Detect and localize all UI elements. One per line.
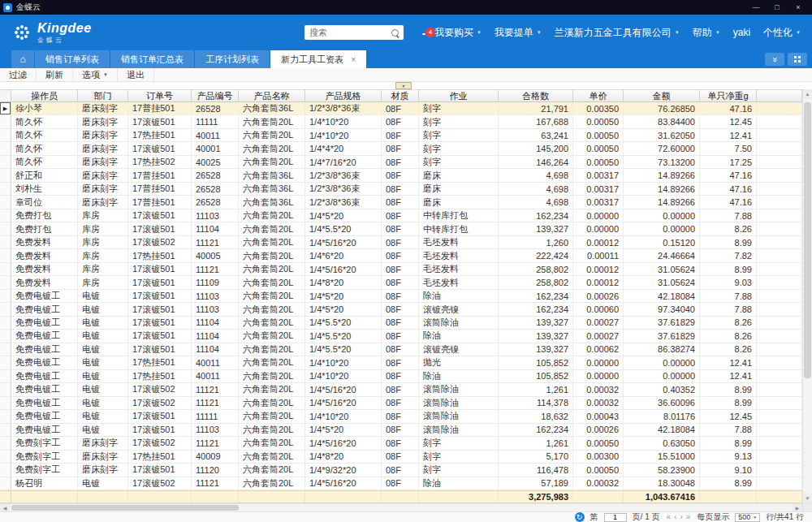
column-header-product-code[interactable]: 产品编号: [192, 90, 239, 101]
cell-material[interactable]: 08F: [382, 424, 419, 436]
cell-extra[interactable]: [757, 209, 802, 222]
cell-operator[interactable]: 免费发料: [11, 249, 78, 261]
cell-material[interactable]: 08F: [382, 330, 419, 342]
cell-product-name[interactable]: 六角套筒36L: [239, 183, 305, 195]
column-header-product-spec[interactable]: 产品规格: [305, 90, 382, 101]
cell-product-name[interactable]: 六角套筒20L: [239, 464, 305, 476]
cell-unit-weight[interactable]: 8.99: [700, 437, 757, 449]
cell-amount[interactable]: 24.46664: [624, 249, 700, 261]
cell-operator[interactable]: 免费发料: [11, 276, 78, 288]
cell-job[interactable]: 磨床: [419, 183, 499, 195]
row-indicator[interactable]: [0, 424, 11, 436]
table-row[interactable]: 免费电镀工电镀17热挂50140011六角套筒20L1/4*10*2008F除油…: [0, 370, 802, 383]
cell-order-no[interactable]: 17热挂502: [128, 156, 192, 168]
cell-product-name[interactable]: 六角套筒20L: [239, 129, 305, 141]
cell-extra[interactable]: [757, 477, 802, 490]
cell-qty[interactable]: 18,632: [499, 410, 573, 422]
cell-order-no[interactable]: 17滚镀501: [128, 464, 192, 476]
cell-department[interactable]: 磨床刻字: [78, 102, 128, 114]
cell-unit-price[interactable]: 0.00300: [573, 451, 624, 463]
refresh-button[interactable]: 刷新: [37, 68, 73, 81]
cell-amount[interactable]: 97.34040: [624, 303, 700, 315]
cell-qty[interactable]: 167,688: [499, 115, 573, 127]
cell-product-name[interactable]: 六角套筒20L: [239, 383, 305, 395]
cell-amount[interactable]: 15.51000: [624, 451, 700, 463]
cell-extra[interactable]: [757, 249, 802, 261]
cell-extra[interactable]: [757, 142, 802, 154]
cell-department[interactable]: 电镀: [78, 397, 128, 409]
cell-unit-weight[interactable]: 9.03: [700, 276, 757, 288]
cell-department[interactable]: 磨床刻字: [78, 196, 128, 208]
cell-amount[interactable]: 31.05624: [624, 263, 700, 275]
cell-product-code[interactable]: 11121: [192, 477, 239, 490]
cell-department[interactable]: 磨床刻字: [78, 129, 128, 141]
cell-qty[interactable]: 162,234: [499, 303, 573, 315]
cell-product-name[interactable]: 六角套筒20L: [239, 156, 305, 168]
cell-unit-weight[interactable]: 8.99: [700, 383, 757, 395]
menu-personalize[interactable]: 个性化▼: [763, 26, 801, 40]
cell-material[interactable]: 08F: [382, 370, 419, 382]
cell-extra[interactable]: [757, 383, 802, 395]
cell-qty[interactable]: 162,234: [499, 209, 573, 222]
cell-product-spec[interactable]: 1/4*5*20: [305, 424, 382, 436]
row-indicator[interactable]: [0, 317, 11, 329]
cell-product-name[interactable]: 六角套筒20L: [239, 356, 305, 369]
cell-product-name[interactable]: 六角套筒20L: [239, 317, 305, 329]
cell-qty[interactable]: 5,170: [499, 451, 573, 463]
minimize-button[interactable]: —: [745, 0, 767, 15]
column-header-unit-weight[interactable]: 单只净重g: [700, 90, 757, 101]
row-indicator[interactable]: [0, 183, 11, 195]
cell-product-code[interactable]: 11121: [192, 397, 239, 409]
cell-amount[interactable]: 37.61829: [624, 330, 700, 342]
cell-extra[interactable]: [757, 343, 802, 356]
cell-material[interactable]: 08F: [382, 236, 419, 248]
cell-amount[interactable]: 0.00000: [624, 370, 700, 382]
cell-product-code[interactable]: 26528: [192, 102, 239, 114]
table-row[interactable]: 简久怀磨床刻字17热挂50140011六角套筒20L1/4*10*2008F刻字…: [0, 129, 802, 142]
column-header-job[interactable]: 作业: [419, 90, 499, 101]
cell-operator[interactable]: 简久怀: [11, 129, 78, 141]
cell-extra[interactable]: [757, 183, 802, 195]
cell-job[interactable]: 刻字: [419, 129, 499, 141]
cell-product-code[interactable]: 40005: [192, 249, 239, 261]
cell-product-name[interactable]: 六角套筒20L: [239, 209, 305, 222]
cell-unit-price[interactable]: 0.00317: [573, 183, 624, 195]
cell-amount[interactable]: 14.89266: [624, 169, 700, 181]
cell-job[interactable]: 除油: [419, 477, 499, 490]
cell-product-code[interactable]: 11120: [192, 464, 239, 476]
cell-product-spec[interactable]: 1/4*5/16*20: [305, 236, 382, 248]
cell-product-code[interactable]: 11103: [192, 209, 239, 222]
column-header-product-name[interactable]: 产品名称: [239, 90, 305, 101]
cell-department[interactable]: 磨床刻字: [78, 142, 128, 154]
cell-product-spec[interactable]: 1/4*10*20: [305, 356, 382, 369]
cell-product-spec[interactable]: 1/4*8*20: [305, 276, 382, 288]
table-row[interactable]: 杨召明电镀17滚镀50211121六角套筒20L1/4*5/16*2008F除油…: [0, 477, 802, 490]
column-header-unit-price[interactable]: 单价: [573, 90, 624, 101]
cell-amount[interactable]: 8.01176: [624, 410, 700, 422]
cell-product-code[interactable]: 11121: [192, 383, 239, 395]
cell-material[interactable]: 08F: [382, 276, 419, 288]
cell-unit-weight[interactable]: 7.50: [700, 142, 757, 154]
cell-extra[interactable]: [757, 276, 802, 288]
row-indicator[interactable]: ▶: [0, 102, 11, 114]
cell-product-spec[interactable]: 1/4*8*20: [305, 451, 382, 463]
row-indicator[interactable]: [0, 169, 11, 181]
column-header-extra[interactable]: [757, 90, 802, 101]
cell-product-code[interactable]: 40011: [192, 129, 239, 141]
cell-unit-weight[interactable]: 8.26: [700, 317, 757, 329]
cell-department[interactable]: 磨床刻字: [78, 169, 128, 181]
row-indicator[interactable]: [0, 437, 11, 449]
row-indicator[interactable]: [0, 142, 11, 154]
cell-unit-weight[interactable]: 7.88: [700, 290, 757, 302]
column-header-amount[interactable]: 金额: [624, 90, 700, 101]
cell-product-name[interactable]: 六角套筒20L: [239, 477, 305, 490]
cell-order-no[interactable]: 17滚镀501: [128, 424, 192, 436]
cell-job[interactable]: 滚筒除油: [419, 383, 499, 395]
cell-product-name[interactable]: 六角套筒20L: [239, 370, 305, 382]
cell-amount[interactable]: 42.18084: [624, 290, 700, 302]
column-header-material[interactable]: 材质: [382, 90, 419, 101]
cell-unit-price[interactable]: 0.00032: [573, 383, 624, 395]
cell-order-no[interactable]: 17滚镀502: [128, 477, 192, 490]
cell-qty[interactable]: 139,327: [499, 343, 573, 356]
cell-material[interactable]: 08F: [382, 156, 419, 168]
